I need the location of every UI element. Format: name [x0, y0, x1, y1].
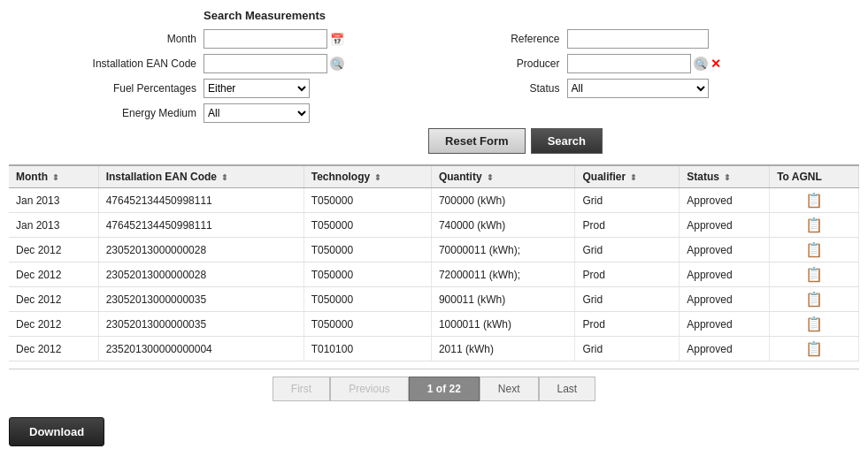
cell-status: Approved [680, 238, 770, 263]
to-agnl-button[interactable]: 📋 [805, 192, 823, 209]
cell-ean: 235201300000000004 [98, 337, 303, 361]
month-sort-icon: ⇕ [52, 173, 59, 182]
clipboard-icon: 📋 [805, 292, 823, 307]
cell-quantity: 900011 (kWh) [431, 287, 575, 312]
table-row: Jan 2013476452134450998111T050000740000 … [9, 213, 859, 238]
prev-page-button[interactable]: Previous [330, 377, 409, 401]
clipboard-icon: 📋 [805, 316, 823, 331]
producer-label: Producer [496, 57, 567, 70]
table-row: Dec 201223052013000000035T050000900011 (… [9, 287, 859, 312]
cell-quantity: 740000 (kWh) [431, 213, 575, 238]
cell-technology: T010100 [303, 337, 431, 361]
to-agnl-button[interactable]: 📋 [805, 291, 823, 308]
fuel-select[interactable]: Either Yes No [204, 79, 310, 98]
col-qualifier[interactable]: Qualifier ⇕ [575, 165, 680, 188]
first-page-button[interactable]: First [273, 377, 330, 401]
col-quantity[interactable]: Quantity ⇕ [431, 165, 575, 188]
to-agnl-button[interactable]: 📋 [805, 266, 823, 283]
cell-ean: 23052013000000035 [98, 287, 303, 312]
cell-technology: T050000 [303, 312, 431, 337]
table-row: Dec 2012235201300000000004T0101002011 (k… [9, 337, 859, 361]
fuel-select-container: Either Yes No [204, 79, 496, 98]
table-row: Jan 2013476452134450998111T050000700000 … [9, 188, 859, 213]
cell-to-agnl: 📋 [770, 287, 859, 312]
cell-status: Approved [680, 312, 770, 337]
to-agnl-button[interactable]: 📋 [805, 340, 823, 357]
energy-medium-label: Energy Medium [9, 107, 204, 119]
form-button-row: Reset Form Search [9, 128, 850, 154]
col-ean[interactable]: Installation EAN Code ⇕ [98, 165, 303, 188]
cell-technology: T050000 [303, 213, 431, 238]
clipboard-icon: 📋 [805, 217, 823, 232]
cell-ean: 23052013000000035 [98, 312, 303, 337]
cell-status: Approved [680, 188, 770, 213]
month-field-container: 📅 [204, 29, 496, 49]
clipboard-icon: 📋 [805, 242, 823, 257]
pagination: First Previous 1 of 22 Next Last [9, 369, 859, 401]
page-container: Search Measurements Month 📅 Reference In… [0, 0, 868, 449]
cell-quantity: 700000 (kWh) [431, 188, 575, 213]
tech-sort-icon: ⇕ [374, 173, 381, 182]
cell-status: Approved [680, 213, 770, 238]
cell-technology: T050000 [303, 188, 431, 213]
reference-input[interactable] [567, 29, 709, 49]
producer-input[interactable] [567, 54, 691, 73]
qty-sort-icon: ⇕ [487, 173, 494, 182]
ean-search-button[interactable]: 🔍 [330, 57, 344, 71]
cell-to-agnl: 📋 [770, 337, 859, 361]
cell-qualifier: Grid [575, 287, 680, 312]
col-month[interactable]: Month ⇕ [9, 165, 98, 188]
ean-field-container: 🔍 [204, 54, 496, 73]
cell-quantity: 2011 (kWh) [431, 337, 575, 361]
cell-month: Jan 2013 [9, 213, 98, 238]
cell-month: Dec 2012 [9, 263, 98, 287]
cell-qualifier: Prod [575, 213, 680, 238]
cell-quantity: 1000011 (kWh) [431, 312, 575, 337]
producer-search-icon: 🔍 [694, 57, 708, 71]
cell-month: Jan 2013 [9, 188, 98, 213]
table-row: Dec 201223052013000000028T05000072000011… [9, 263, 859, 287]
clipboard-icon: 📋 [805, 341, 823, 356]
cell-qualifier: Prod [575, 312, 680, 337]
search-button[interactable]: Search [531, 128, 603, 154]
status-select[interactable]: All Approved Pending Rejected [567, 79, 709, 98]
table-body: Jan 2013476452134450998111T050000700000 … [9, 188, 859, 361]
cell-ean: 476452134450998111 [98, 188, 303, 213]
cell-month: Dec 2012 [9, 287, 98, 312]
to-agnl-button[interactable]: 📋 [805, 316, 823, 332]
producer-search-button[interactable]: 🔍 [694, 57, 708, 71]
reference-label: Reference [496, 33, 567, 45]
status-label: Status [496, 82, 567, 95]
producer-field-container: 🔍 ✕ [567, 54, 860, 73]
search-form: Month 📅 Reference Installation EAN Code … [9, 29, 859, 123]
reset-button[interactable]: Reset Form [428, 128, 526, 154]
ean-input[interactable] [204, 54, 327, 73]
cell-month: Dec 2012 [9, 312, 98, 337]
cell-to-agnl: 📋 [770, 188, 859, 213]
cell-technology: T050000 [303, 263, 431, 287]
cell-to-agnl: 📋 [770, 238, 859, 263]
cell-ean: 476452134450998111 [98, 213, 303, 238]
cell-ean: 23052013000000028 [98, 263, 303, 287]
download-button[interactable]: Download [9, 417, 104, 446]
col-technology[interactable]: Technology ⇕ [303, 165, 431, 188]
energy-medium-select-container: All Gas Electricity [204, 103, 496, 123]
cell-status: Approved [680, 287, 770, 312]
search-title: Search Measurements [204, 9, 859, 22]
cell-technology: T050000 [303, 287, 431, 312]
reference-field-container [567, 29, 860, 49]
to-agnl-button[interactable]: 📋 [805, 241, 823, 258]
month-input[interactable] [204, 29, 327, 49]
measurements-table: Month ⇕ Installation EAN Code ⇕ Technolo… [9, 164, 859, 361]
calendar-button[interactable]: 📅 [330, 32, 344, 46]
col-status[interactable]: Status ⇕ [680, 165, 770, 188]
current-page-indicator: 1 of 22 [409, 377, 480, 401]
to-agnl-button[interactable]: 📋 [805, 217, 823, 233]
next-page-button[interactable]: Next [480, 377, 539, 401]
energy-medium-select[interactable]: All Gas Electricity [204, 103, 310, 123]
calendar-icon: 📅 [330, 32, 344, 46]
producer-clear-button[interactable]: ✕ [711, 57, 721, 71]
cell-to-agnl: 📋 [770, 312, 859, 337]
month-label: Month [9, 33, 204, 45]
last-page-button[interactable]: Last [539, 377, 596, 401]
